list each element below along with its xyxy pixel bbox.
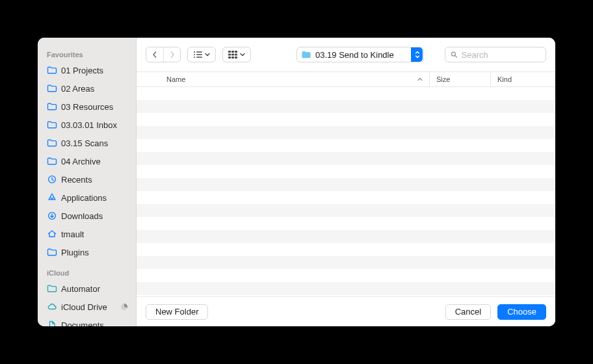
svg-rect-13 xyxy=(231,54,234,56)
folder-icon xyxy=(47,156,57,166)
column-label: Kind xyxy=(497,75,512,83)
table-row xyxy=(137,126,555,139)
file-list[interactable] xyxy=(137,87,555,296)
sidebar-item-label: Automator xyxy=(61,284,100,294)
sidebar-item-label: 03.03.01 Inbox xyxy=(61,120,117,130)
file-dialog-window: Favourites01 Projects02 Areas03 Resource… xyxy=(38,38,555,326)
table-row xyxy=(137,191,555,204)
column-header-name[interactable]: Name xyxy=(137,72,429,86)
sidebar-section-header: iCloud xyxy=(38,261,136,280)
svg-line-19 xyxy=(455,56,456,57)
table-row xyxy=(137,217,555,230)
svg-point-3 xyxy=(194,51,195,53)
sidebar-section-header: Favourites xyxy=(38,42,136,61)
sidebar-item[interactable]: Applications xyxy=(38,188,136,207)
table-row xyxy=(137,282,555,295)
sidebar-item-label: Documents xyxy=(61,320,104,327)
sidebar-item[interactable]: iCloud Drive xyxy=(38,298,136,316)
sidebar-item-label: Recents xyxy=(61,175,92,185)
column-header-kind[interactable]: Kind xyxy=(490,72,555,86)
sidebar-item-label: Applications xyxy=(61,193,107,203)
table-row xyxy=(137,269,555,282)
table-row xyxy=(137,113,555,126)
table-row xyxy=(137,152,555,165)
table-row xyxy=(137,178,555,191)
table-row xyxy=(137,256,555,269)
svg-rect-12 xyxy=(228,54,231,56)
table-row xyxy=(137,243,555,256)
sidebar-item-label: 02 Areas xyxy=(61,84,94,94)
table-row xyxy=(137,87,555,100)
sidebar-item-label: tmault xyxy=(61,229,84,239)
search-input[interactable] xyxy=(462,50,540,60)
clock-icon xyxy=(47,174,57,185)
search-icon xyxy=(451,51,458,58)
home-icon xyxy=(47,229,57,239)
group-by-button[interactable] xyxy=(222,47,251,62)
sort-ascending-icon xyxy=(417,77,423,82)
main-pane: 03.19 Send to Kindle Name xyxy=(137,38,555,326)
sidebar-item[interactable]: 01 Projects xyxy=(38,61,136,79)
svg-rect-9 xyxy=(228,51,231,53)
svg-rect-8 xyxy=(196,57,202,57)
svg-rect-14 xyxy=(235,54,237,56)
sidebar-item-label: iCloud Drive xyxy=(61,302,107,312)
folder-icon xyxy=(47,65,57,75)
path-label: 03.19 Send to Kindle xyxy=(315,50,406,60)
sidebar-item[interactable]: 03.15 Scans xyxy=(38,134,136,152)
sidebar-item[interactable]: Recents xyxy=(38,170,136,188)
sidebar-item[interactable]: Downloads xyxy=(38,207,136,225)
svg-point-7 xyxy=(194,57,195,58)
svg-rect-10 xyxy=(231,51,234,53)
back-button[interactable] xyxy=(146,47,163,62)
sidebar-item[interactable]: 03.03.01 Inbox xyxy=(38,116,136,134)
sidebar-item[interactable]: Automator xyxy=(38,280,136,298)
chevron-down-icon xyxy=(205,52,210,57)
sync-progress-icon xyxy=(120,303,128,311)
svg-rect-15 xyxy=(228,57,231,58)
choose-button[interactable]: Choose xyxy=(497,304,546,320)
path-popup-button[interactable]: 03.19 Send to Kindle xyxy=(296,47,424,62)
sidebar-item-label: 03.15 Scans xyxy=(61,138,108,148)
new-folder-button[interactable]: New Folder xyxy=(146,304,208,320)
sidebar-item[interactable]: tmault xyxy=(38,225,136,243)
footer: New Folder Cancel Choose xyxy=(137,296,555,326)
sidebar-item-label: 03 Resources xyxy=(61,102,113,112)
folder-icon xyxy=(47,101,57,112)
folder-icon xyxy=(47,283,57,294)
column-header-size[interactable]: Size xyxy=(429,72,490,86)
sidebar-item-label: Downloads xyxy=(61,211,103,221)
sidebar-item-label: 01 Projects xyxy=(61,66,103,75)
svg-rect-17 xyxy=(235,57,237,58)
sidebar: Favourites01 Projects02 Areas03 Resource… xyxy=(38,38,137,326)
svg-rect-16 xyxy=(231,57,234,58)
cancel-button[interactable]: Cancel xyxy=(445,304,491,320)
table-header: Name Size Kind xyxy=(137,72,555,87)
nav-back-forward xyxy=(146,47,181,62)
table-row xyxy=(137,230,555,243)
toolbar: 03.19 Send to Kindle xyxy=(137,38,555,72)
download-icon xyxy=(47,211,57,221)
sidebar-item[interactable]: 02 Areas xyxy=(38,79,136,98)
table-row xyxy=(137,139,555,152)
svg-point-5 xyxy=(194,54,195,55)
cloud-icon xyxy=(47,302,57,312)
forward-button[interactable] xyxy=(163,47,180,62)
sidebar-item[interactable]: Documents xyxy=(38,316,136,326)
folder-icon xyxy=(47,138,57,148)
folder-icon xyxy=(47,120,57,130)
search-field[interactable] xyxy=(445,47,546,62)
svg-rect-4 xyxy=(196,51,202,52)
column-label: Name xyxy=(166,75,185,83)
table-row xyxy=(137,100,555,113)
list-icon xyxy=(193,51,202,58)
doc-icon xyxy=(47,320,57,326)
sidebar-item[interactable]: 04 Archive xyxy=(38,152,136,170)
svg-rect-6 xyxy=(196,54,202,55)
folder-icon xyxy=(47,247,57,257)
view-mode-list-button[interactable] xyxy=(187,47,216,62)
svg-rect-11 xyxy=(235,51,237,53)
chevron-down-icon xyxy=(240,52,245,57)
sidebar-item[interactable]: Plugins xyxy=(38,243,136,261)
sidebar-item[interactable]: 03 Resources xyxy=(38,98,136,116)
